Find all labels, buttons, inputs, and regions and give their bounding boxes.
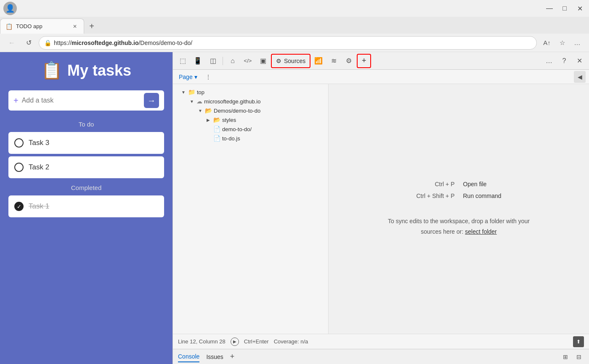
inspect-element-button[interactable]: ⬚: [175, 54, 190, 68]
add-tab-button[interactable]: +: [230, 352, 235, 361]
more-tools-button[interactable]: +: [357, 54, 371, 68]
sub-toolbar-more-button[interactable]: ⋮: [202, 71, 214, 83]
profile-icon[interactable]: 👤: [3, 2, 17, 15]
task-label-completed: Task 1: [29, 202, 49, 211]
address-bar: ← ↺ 🔒 https://microsoftedge.github.io/De…: [0, 34, 589, 52]
page-dropdown[interactable]: Page ▾: [176, 73, 200, 81]
sources-label: Sources: [284, 58, 305, 64]
tree-label: microsoftedge.github.io: [204, 98, 260, 105]
sync-message: To sync edits to the workspace, drop a f…: [388, 218, 530, 235]
shortcuts-grid: Ctrl + P Open file Ctrl + Shift + P Run …: [404, 181, 514, 199]
tree-label: demo-to-do/: [222, 126, 252, 132]
sources-button[interactable]: ⚙ Sources: [271, 54, 310, 68]
minimize-button[interactable]: —: [544, 3, 555, 14]
tree-item-js-file[interactable]: ▶ 📄 to-do.js: [173, 134, 328, 143]
tab-title: TODO app: [16, 23, 68, 29]
add-task-input[interactable]: [22, 97, 144, 104]
js-file-icon: 📄: [213, 135, 220, 142]
devtools-footer: Console Issues + ⊞ ⊟: [173, 349, 589, 364]
folder-blue-icon: 📂: [205, 107, 212, 114]
close-button[interactable]: ✕: [574, 3, 586, 14]
add-task-row: + →: [8, 90, 164, 111]
task-check-icon: ✓: [14, 202, 24, 211]
toolbar-right-buttons: … ? ✕: [542, 54, 586, 68]
tree-label: to-do.js: [222, 135, 240, 142]
maximize-button[interactable]: □: [559, 3, 570, 14]
line-column-text: Line 12, Column 28: [178, 338, 226, 345]
performance-button[interactable]: ≋: [326, 54, 341, 68]
upload-button[interactable]: ⬆: [573, 336, 584, 347]
url-bar[interactable]: 🔒 https://microsoftedge.github.io/Demos/…: [39, 36, 537, 50]
device-emulation-button[interactable]: 📱: [191, 54, 205, 68]
tree-item-styles[interactable]: ▶ 📂 styles: [173, 115, 328, 124]
todo-app: 📋 My tasks + → To do Task 3 Task 2 Compl…: [0, 52, 172, 364]
tab-close-icon[interactable]: ✕: [71, 23, 79, 30]
title-bar-left: 👤: [3, 2, 17, 15]
clipboard-icon: 📋: [41, 61, 62, 80]
tree-label: Demos/demo-to-do: [214, 108, 260, 114]
tree-item-top[interactable]: ▼ 📁 top: [173, 87, 328, 97]
shortcut-key-run: Ctrl + Shift + P: [404, 193, 455, 199]
task-item-completed[interactable]: ✓ Task 1: [8, 195, 164, 217]
settings-gear-button[interactable]: ⚙: [342, 54, 356, 68]
toolbar-more-button[interactable]: …: [542, 54, 556, 68]
add-task-button[interactable]: →: [144, 93, 159, 108]
reload-button[interactable]: ↺: [22, 36, 35, 50]
folder-blue-icon: 📂: [213, 116, 220, 123]
completed-task-list: ✓ Task 1: [8, 195, 164, 220]
browser-more-button[interactable]: …: [570, 36, 584, 50]
ctrl-enter-label: Ctrl+Enter: [244, 338, 269, 345]
tree-arrow-icon: ▶: [207, 118, 212, 122]
main-area: 📋 My tasks + → To do Task 3 Task 2 Compl…: [0, 52, 589, 364]
lock-icon: 🔒: [44, 40, 51, 46]
console-tab[interactable]: Console: [178, 351, 199, 362]
toolbar-help-button[interactable]: ?: [557, 54, 571, 68]
bottom-right-actions: ⬆: [573, 336, 584, 347]
elements-button[interactable]: </>: [241, 54, 255, 68]
tree-item-demos[interactable]: ▼ 📂 Demos/demo-to-do: [173, 106, 328, 115]
task-item[interactable]: Task 3: [8, 132, 164, 154]
url-text: https://microsoftedge.github.io/Demos/de…: [54, 40, 531, 46]
page-dropdown-icon: ▾: [194, 74, 197, 80]
tree-label: top: [197, 89, 204, 95]
toolbar-close-button[interactable]: ✕: [572, 54, 586, 68]
html-file-icon: 📄: [213, 126, 220, 132]
devtools-sub-toolbar: Page ▾ ⋮ ◀: [173, 70, 589, 84]
footer-right-buttons: ⊞ ⊟: [560, 352, 584, 362]
console-button[interactable]: ▣: [256, 54, 270, 68]
task-circle-icon: [14, 138, 24, 148]
devtools-bottom-bar: Line 12, Column 28 ▶ Ctrl+Enter Coverage…: [173, 334, 589, 349]
task-item[interactable]: Task 2: [8, 156, 164, 178]
devtools-panel: ⬚ 📱 ◫ ⌂ </> ▣ ⚙ Sources 📶 ≋ ⚙ + … ? ✕: [172, 52, 589, 364]
devtools-content: Page ▾ ⋮ ◀ ▼ 📁 top ▼ ☁: [173, 70, 589, 349]
sync-text: To sync edits to the workspace, drop a f…: [379, 216, 539, 237]
title-bar: 👤 — □ ✕: [0, 0, 589, 17]
todo-task-list: Task 3 Task 2: [8, 132, 164, 181]
devtools-toolbar: ⬚ 📱 ◫ ⌂ </> ▣ ⚙ Sources 📶 ≋ ⚙ + … ? ✕: [173, 52, 589, 70]
tree-item-domain[interactable]: ▼ ☁ microsoftedge.github.io: [173, 97, 328, 106]
tree-arrow-icon: ▼: [198, 108, 203, 113]
sources-icon: ⚙: [276, 58, 281, 64]
split-view-button[interactable]: ◫: [206, 54, 220, 68]
read-aloud-button[interactable]: A↑: [540, 36, 554, 50]
back-button[interactable]: ←: [5, 36, 19, 50]
favorites-button[interactable]: ☆: [555, 36, 569, 50]
tab-bar: 📋 TODO app ✕ +: [0, 17, 589, 34]
page-label: Page: [179, 74, 193, 80]
cloud-icon: ☁: [196, 98, 202, 105]
footer-dock-button[interactable]: ⊞: [560, 352, 570, 362]
shortcut-desc-open: Open file: [463, 181, 514, 187]
browser-tab[interactable]: 📋 TODO app ✕: [0, 18, 84, 34]
tree-item-demo-file[interactable]: ▶ 📄 demo-to-do/: [173, 124, 328, 134]
network-button[interactable]: 📶: [311, 54, 326, 68]
new-tab-button[interactable]: +: [84, 18, 99, 34]
sub-toolbar-back-button[interactable]: ◀: [574, 71, 586, 83]
shortcut-key-open: Ctrl + P: [404, 181, 455, 187]
home-button[interactable]: ⌂: [226, 54, 240, 68]
completed-section-label: Completed: [71, 184, 102, 191]
issues-tab[interactable]: Issues: [206, 352, 223, 362]
shortcut-row-open: Ctrl + P Open file: [404, 181, 514, 187]
select-folder-link[interactable]: select folder: [465, 228, 496, 235]
run-button[interactable]: ▶: [231, 338, 239, 346]
footer-undock-button[interactable]: ⊟: [574, 352, 584, 362]
